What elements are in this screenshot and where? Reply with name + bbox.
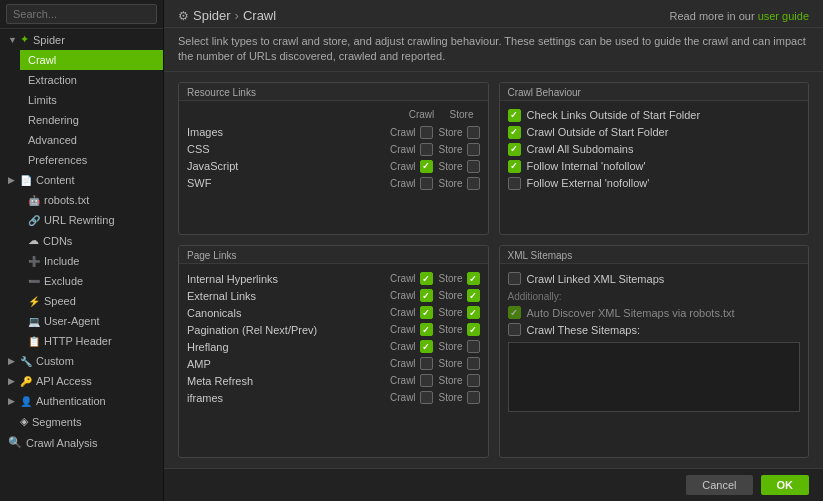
behaviour-row-4: Follow External 'nofollow' — [508, 175, 801, 192]
css-crawl-checkbox[interactable] — [420, 143, 433, 156]
internal-crawl-cb[interactable] — [420, 272, 433, 285]
user-guide-prefix: Read more in our — [670, 10, 755, 22]
speed-icon: ⚡ — [28, 296, 40, 307]
sidebar-item-advanced[interactable]: Advanced — [20, 130, 163, 150]
sidebar-label-user-agent: User-Agent — [44, 315, 100, 327]
meta-refresh-store-cb[interactable] — [467, 374, 480, 387]
sidebar-item-crawl[interactable]: Crawl — [20, 50, 163, 70]
external-store-group: Store — [439, 289, 480, 302]
sidebar-item-rendering[interactable]: Rendering — [20, 110, 163, 130]
sidebar-item-crawl-analysis[interactable]: 🔍 Crawl Analysis — [0, 432, 163, 453]
page-links-body: Internal Hyperlinks Crawl Store External… — [179, 264, 488, 412]
sitemap-row-crawl-linked: Crawl Linked XML Sitemaps — [508, 270, 801, 287]
content-area: Resource Links Crawl Store Images Crawl — [164, 72, 823, 468]
sidebar-item-custom[interactable]: ▶ 🔧 Custom — [0, 351, 163, 371]
auto-discover-cb[interactable] — [508, 306, 521, 319]
swf-store-checkbox[interactable] — [467, 177, 480, 190]
user-guide-link[interactable]: user guide — [758, 10, 809, 22]
amp-store-cb[interactable] — [467, 357, 480, 370]
css-store-checkbox[interactable] — [467, 143, 480, 156]
main-content: ⚙ Spider › Crawl Read more in our user g… — [164, 0, 823, 501]
search-icon: 🔍 — [8, 436, 22, 449]
behaviour-cb-2[interactable] — [508, 143, 521, 156]
sidebar-item-http-header[interactable]: 📋 HTTP Header — [20, 331, 163, 351]
app-container: ▼ ✦ Spider Crawl Extraction Limits Rende… — [0, 0, 823, 501]
sidebar-item-segments[interactable]: ◈ Segments — [0, 411, 163, 432]
ok-button[interactable]: OK — [761, 475, 810, 495]
meta-refresh-crawl-group: Crawl — [390, 374, 433, 387]
page-description: Select link types to crawl and store, an… — [164, 28, 823, 72]
sidebar-item-include[interactable]: ➕ Include — [20, 251, 163, 271]
external-crawl-cb[interactable] — [420, 289, 433, 302]
sidebar-item-spider[interactable]: ▼ ✦ Spider — [0, 29, 163, 50]
iframes-crawl-group: Crawl — [390, 391, 433, 404]
internal-store-cb[interactable] — [467, 272, 480, 285]
swf-crawl-checkbox[interactable] — [420, 177, 433, 190]
sidebar-item-speed[interactable]: ⚡ Speed — [20, 291, 163, 311]
sidebar-item-extraction[interactable]: Extraction — [20, 70, 163, 90]
canonicals-crawl-cb[interactable] — [420, 306, 433, 319]
api-icon: 🔑 — [20, 376, 32, 387]
images-store-group: Store — [439, 126, 480, 139]
sidebar-item-api-access[interactable]: ▶ 🔑 API Access — [0, 371, 163, 391]
css-store-group: Store — [439, 143, 480, 156]
iframes-store-cb[interactable] — [467, 391, 480, 404]
behaviour-cb-1[interactable] — [508, 126, 521, 139]
swf-crawl-group: Crawl — [390, 177, 433, 190]
page-links-title: Page Links — [179, 246, 488, 264]
external-store-cb[interactable] — [467, 289, 480, 302]
cdn-icon: ☁ — [28, 234, 39, 247]
xml-sitemaps-title: XML Sitemaps — [500, 246, 809, 264]
sidebar-item-preferences[interactable]: Preferences — [20, 150, 163, 170]
crawl-these-sitemaps-cb[interactable] — [508, 323, 521, 336]
js-store-checkbox[interactable] — [467, 160, 480, 173]
canonicals-store-cb[interactable] — [467, 306, 480, 319]
sidebar-item-limits[interactable]: Limits — [20, 90, 163, 110]
behaviour-cb-0[interactable] — [508, 109, 521, 122]
sidebar-item-url-rewriting[interactable]: 🔗 URL Rewriting — [20, 210, 163, 230]
amp-crawl-cb[interactable] — [420, 357, 433, 370]
behaviour-cb-3[interactable] — [508, 160, 521, 173]
sidebar-item-authentication[interactable]: ▶ 👤 Authentication — [0, 391, 163, 411]
sidebar-group-content: ▶ 📄 Content 🤖 robots.txt 🔗 URL Rewriting… — [0, 170, 163, 351]
hreflang-crawl-group: Crawl — [390, 340, 433, 353]
sidebar-item-cdns[interactable]: ☁ CDNs — [20, 230, 163, 251]
meta-refresh-crawl-cb[interactable] — [420, 374, 433, 387]
hreflang-crawl-cb[interactable] — [420, 340, 433, 353]
search-input[interactable] — [6, 4, 157, 24]
sidebar-label-limits: Limits — [28, 94, 57, 106]
amp-crawl-group: Crawl — [390, 357, 433, 370]
crawl-linked-sitemaps-cb[interactable] — [508, 272, 521, 285]
sidebar-label-speed: Speed — [44, 295, 76, 307]
sidebar-label-segments: Segments — [32, 416, 82, 428]
sidebar-label-crawl: Crawl — [28, 54, 56, 66]
sidebar-label-api-access: API Access — [36, 375, 92, 387]
js-store-group: Store — [439, 160, 480, 173]
sidebar-item-content[interactable]: ▶ 📄 Content — [0, 170, 163, 190]
sidebar-label-preferences: Preferences — [28, 154, 87, 166]
spider-icon: ✦ — [20, 33, 29, 46]
page-row-meta-refresh: Meta Refresh Crawl Store — [187, 372, 480, 389]
js-crawl-checkbox[interactable] — [420, 160, 433, 173]
meta-refresh-store-group: Store — [439, 374, 480, 387]
breadcrumb-separator: › — [235, 8, 239, 23]
sidebar-item-exclude[interactable]: ➖ Exclude — [20, 271, 163, 291]
iframes-store-group: Store — [439, 391, 480, 404]
pagination-crawl-cb[interactable] — [420, 323, 433, 336]
pagination-store-cb[interactable] — [467, 323, 480, 336]
expand-arrow-icon: ▼ — [8, 35, 16, 45]
sitemaps-textarea[interactable] — [508, 342, 801, 412]
sidebar-label-spider: Spider — [33, 34, 65, 46]
cancel-button[interactable]: Cancel — [686, 475, 752, 495]
sidebar-item-robots-txt[interactable]: 🤖 robots.txt — [20, 190, 163, 210]
images-store-checkbox[interactable] — [467, 126, 480, 139]
iframes-crawl-cb[interactable] — [420, 391, 433, 404]
behaviour-row-3: Follow Internal 'nofollow' — [508, 158, 801, 175]
crawl-behaviour-body: Check Links Outside of Start Folder Craw… — [500, 101, 809, 198]
behaviour-cb-4[interactable] — [508, 177, 521, 190]
images-crawl-checkbox[interactable] — [420, 126, 433, 139]
sidebar-item-user-agent[interactable]: 💻 User-Agent — [20, 311, 163, 331]
behaviour-row-0: Check Links Outside of Start Folder — [508, 107, 801, 124]
xml-sitemaps-body: Crawl Linked XML Sitemaps Additionally: … — [500, 264, 809, 420]
hreflang-store-cb[interactable] — [467, 340, 480, 353]
